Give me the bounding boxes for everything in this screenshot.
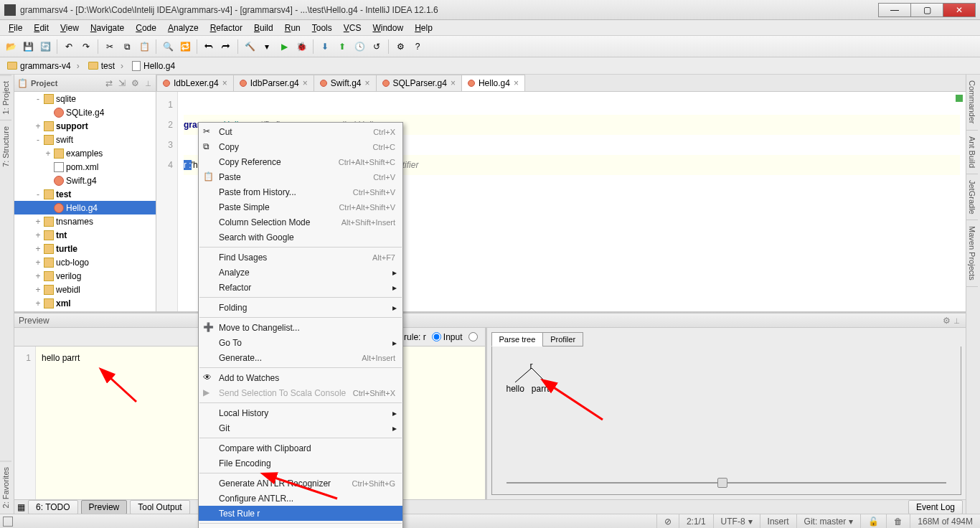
help-icon[interactable]: ? — [410, 39, 425, 55]
status-insert[interactable]: Insert — [760, 514, 796, 528]
toolwindow-toggle[interactable] — [3, 517, 13, 527]
close-tab-icon[interactable]: × — [364, 78, 369, 88]
tab-event-log[interactable]: Event Log — [908, 500, 963, 514]
menu-item-copy-reference[interactable]: Copy ReferenceCtrl+Alt+Shift+C — [199, 154, 402, 169]
status-trash-icon[interactable]: 🗑 — [886, 514, 910, 528]
menu-refactor[interactable]: Refactor — [204, 22, 248, 34]
menu-item-paste[interactable]: 📋PasteCtrl+V — [199, 169, 402, 184]
menu-item-add-to-watches[interactable]: 👁Add to Watches — [199, 370, 402, 385]
editor-tab-hello-g4[interactable]: Hello.g4× — [461, 75, 525, 91]
tree-node-support[interactable]: +support — [14, 119, 156, 133]
menu-file[interactable]: File — [3, 22, 28, 34]
menu-item-folding[interactable]: Folding▸ — [199, 300, 402, 315]
menu-analyze[interactable]: Analyze — [162, 22, 204, 34]
settings-icon[interactable]: ⚙ — [392, 39, 408, 55]
tab-ant-build[interactable]: Ant Build — [966, 131, 978, 174]
menu-item-move-to-changelist-[interactable]: ➕Move to Changelist... — [199, 320, 402, 335]
back-icon[interactable]: ⮪ — [201, 39, 217, 55]
menu-item-analyze[interactable]: Analyze▸ — [199, 265, 402, 280]
build-icon[interactable]: 🔨 — [242, 39, 258, 55]
tab-jetgradle[interactable]: JetGradle — [966, 174, 978, 221]
open-icon[interactable]: 📂 — [3, 39, 19, 55]
menu-run[interactable]: Run — [279, 22, 306, 34]
zoom-slider[interactable] — [499, 477, 954, 489]
gear-icon[interactable]: ⚙ — [941, 316, 951, 326]
menu-tools[interactable]: Tools — [306, 22, 338, 34]
tree-node-ucb-logo[interactable]: +ucb-logo — [14, 255, 156, 269]
tab-commander[interactable]: Commander — [966, 75, 978, 131]
tree-node-verilog[interactable]: +verilog — [14, 269, 156, 283]
find-icon[interactable]: 🔍 — [160, 39, 176, 55]
menu-item-git[interactable]: Git▸ — [199, 420, 402, 435]
close-tab-icon[interactable]: × — [222, 78, 227, 88]
hide-icon[interactable]: ⟂ — [143, 78, 153, 88]
run-config-icon[interactable]: ▾ — [259, 39, 275, 55]
autoscroll-icon[interactable]: ⇄ — [104, 78, 114, 88]
redo-icon[interactable]: ↷ — [78, 39, 94, 55]
menu-help[interactable]: Help — [409, 22, 438, 34]
tree-node-hello-g4[interactable]: Hello.g4 — [14, 201, 156, 214]
copy-icon[interactable]: ⧉ — [119, 39, 135, 55]
vcs-commit-icon[interactable]: ⬆ — [334, 39, 350, 55]
save-icon[interactable]: 💾 — [20, 39, 36, 55]
tab-structure[interactable]: 7: Structure — [0, 120, 11, 173]
minimize-button[interactable]: — — [878, 3, 911, 17]
menu-item-test-rule-r[interactable]: Test Rule r — [199, 506, 402, 521]
menu-item-local-history[interactable]: Local History▸ — [199, 405, 402, 420]
menu-item-copy[interactable]: ⧉CopyCtrl+C — [199, 139, 402, 154]
menu-item-column-selection-mode[interactable]: Column Selection ModeAlt+Shift+Insert — [199, 214, 402, 230]
close-tab-icon[interactable]: × — [303, 78, 308, 88]
gear-icon[interactable]: ⚙ — [130, 78, 140, 88]
tree-node-examples[interactable]: +examples — [14, 146, 156, 160]
menu-code[interactable]: Code — [130, 22, 162, 34]
editor-tab-idblexer-g4[interactable]: IdbLexer.g4× — [156, 75, 234, 91]
crumb-grammars-v4[interactable]: grammars-v4 — [4, 60, 83, 72]
hide-icon[interactable]: ⟂ — [951, 316, 961, 326]
tree-node-swift[interactable]: -swift — [14, 133, 156, 146]
menu-navigate[interactable]: Navigate — [85, 22, 130, 34]
paste-icon[interactable]: 📋 — [136, 39, 152, 55]
project-tree[interactable]: -sqliteSQLite.g4+support-swift+examplesp… — [14, 92, 156, 311]
menu-item-paste-from-history-[interactable]: Paste from History...Ctrl+Shift+V — [199, 184, 402, 199]
menu-item-generate-[interactable]: Generate...Alt+Insert — [199, 350, 402, 365]
menu-window[interactable]: Window — [367, 22, 409, 34]
status-memory[interactable]: 168M of 494M — [910, 514, 980, 528]
tree-node-turtle[interactable]: +turtle — [14, 242, 156, 255]
tree-node-test[interactable]: -test — [14, 187, 156, 201]
menu-item-file-encoding[interactable]: File Encoding — [199, 456, 402, 471]
crumb-test[interactable]: test — [85, 60, 126, 72]
vcs-history-icon[interactable]: 🕓 — [352, 39, 367, 55]
tab-todo[interactable]: 6: TODO — [28, 500, 78, 514]
run-icon[interactable]: ▶ — [276, 39, 292, 55]
tree-node-tnsnames[interactable]: +tnsnames — [14, 214, 156, 228]
project-view-combo[interactable]: 📋 — [17, 78, 28, 88]
editor-tab-idbparser-g4[interactable]: IdbParser.g4× — [233, 75, 314, 91]
vcs-update-icon[interactable]: ⬇ — [317, 39, 333, 55]
close-tab-icon[interactable]: × — [514, 78, 519, 88]
tree-node-webidl[interactable]: +webidl — [14, 283, 156, 296]
tab-maven-projects[interactable]: Maven Projects — [966, 220, 978, 287]
close-tab-icon[interactable]: × — [451, 78, 456, 88]
tree-node-xml[interactable]: +xml — [14, 296, 156, 310]
input-radio[interactable]: Input — [432, 332, 463, 342]
tree-node-pom-xml[interactable]: pom.xml — [14, 160, 156, 174]
collapse-icon[interactable]: ⇲ — [117, 78, 127, 88]
menu-build[interactable]: Build — [248, 22, 279, 34]
status-position[interactable]: 2:1/1 — [679, 514, 713, 528]
tab-tool-output[interactable]: Tool Output — [130, 500, 189, 514]
tree-node-swift-g4[interactable]: Swift.g4 — [14, 174, 156, 187]
status-lock-icon[interactable]: 🔓 — [860, 514, 886, 528]
menu-item-generate-antlr-recognizer[interactable]: Generate ANTLR RecognizerCtrl+Shift+G — [199, 476, 402, 491]
tab-parse-tree[interactable]: Parse tree — [491, 332, 544, 346]
status-encoding[interactable]: UTF-8 ▾ — [713, 514, 760, 528]
crumb-hello.g4[interactable]: Hello.g4 — [129, 60, 178, 72]
tab-favorites[interactable]: 2: Favorites — [0, 461, 11, 514]
debug-icon[interactable]: 🐞 — [293, 39, 309, 55]
tree-node-sqlite[interactable]: -sqlite — [14, 92, 156, 105]
close-button[interactable]: ✕ — [943, 3, 976, 17]
menu-item-go-to[interactable]: Go To▸ — [199, 335, 402, 350]
tab-project[interactable]: 1: Project — [0, 75, 11, 120]
inspection-indicator[interactable] — [956, 95, 963, 102]
menu-edit[interactable]: Edit — [28, 22, 55, 34]
parse-tree-view[interactable]: r hello parrt — [491, 346, 962, 495]
